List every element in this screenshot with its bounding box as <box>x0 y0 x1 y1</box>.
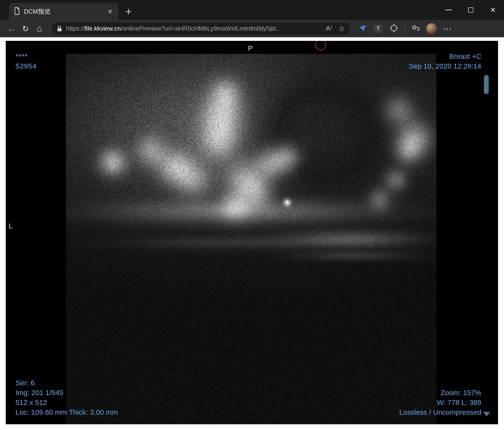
window-close-button[interactable]: ✕ <box>482 0 504 20</box>
toolbar-divider <box>405 24 405 33</box>
back-icon: ← <box>7 23 17 34</box>
overlay-bottom-right: Zoom: 157% W: 778 L: 389 Lossless / Unco… <box>399 388 481 417</box>
browser-window: DCM预览 ✕ + ✕ ← ↻ ⌂ https://file.kkview.cn… <box>0 0 504 430</box>
url-text[interactable]: https://file.kkview.cn/onlinePreview?url… <box>66 25 320 32</box>
read-aloud-wave-icon: ) <box>331 25 332 30</box>
extensions-row: T ⋯ <box>354 22 455 35</box>
favorites-hub-button[interactable] <box>408 22 424 35</box>
page-favicon-icon <box>14 7 20 16</box>
browser-navbar: ← ↻ ⌂ https://file.kkview.cn/onlinePrevi… <box>0 20 504 37</box>
star-icon: ☆ <box>338 24 345 33</box>
profile-button[interactable] <box>424 22 440 35</box>
extensions-menu-button[interactable] <box>386 22 402 35</box>
mri-image <box>6 41 498 424</box>
minimize-icon <box>445 9 452 10</box>
zoom-level: Zoom: 157% <box>399 388 481 397</box>
maximize-icon <box>468 7 473 13</box>
slice-location: Loc: 109.60 mm Thick: 3.00 mm <box>16 407 118 417</box>
address-bar[interactable]: https://file.kkview.cn/onlinePreview?url… <box>52 22 350 35</box>
overlay-top-left: **** 52954 <box>16 51 36 71</box>
settings-more-button[interactable]: ⋯ <box>440 22 455 35</box>
new-tab-button[interactable]: + <box>122 5 135 18</box>
dicom-viewer[interactable]: **** 52954 Breast +C Sep 10, 2020 12:29:… <box>6 41 498 424</box>
url-host: file.kkview.cn <box>85 25 121 32</box>
extension-script-icon: T <box>374 24 382 33</box>
url-scheme: https:// <box>66 25 85 32</box>
viewer-scroll-down-icon[interactable] <box>483 412 490 416</box>
extension-script-button[interactable]: T <box>370 22 386 35</box>
browser-tab[interactable]: DCM预览 ✕ <box>9 3 118 20</box>
puzzle-icon <box>390 24 398 33</box>
window-level: W: 778 L: 389 <box>399 397 481 407</box>
study-description: Breast +C <box>409 51 481 61</box>
lock-icon[interactable] <box>57 25 62 32</box>
refresh-icon: ↻ <box>22 24 29 34</box>
favorites-hub-icon <box>412 24 420 33</box>
study-datetime: Sep 10, 2020 12:29:14 <box>409 61 481 71</box>
extension-translate-button[interactable] <box>354 22 370 35</box>
overlay-bottom-left: Ser: 6 Img: 201 1/545 512 x 512 Loc: 109… <box>16 378 118 417</box>
patient-id-masked: **** <box>16 51 36 61</box>
patient-number: 52954 <box>16 61 36 71</box>
read-aloud-button[interactable]: A) <box>326 25 332 32</box>
window-minimize-button[interactable] <box>437 0 459 20</box>
window-controls: ✕ <box>437 0 504 20</box>
refresh-button[interactable]: ↻ <box>19 22 33 35</box>
home-button[interactable]: ⌂ <box>33 22 46 35</box>
orientation-left-label: L <box>9 222 13 230</box>
back-button[interactable]: ← <box>5 22 19 35</box>
image-index: Img: 201 1/545 <box>16 388 118 397</box>
favorite-button[interactable]: ☆ <box>338 24 345 33</box>
page-content: **** 52954 Breast +C Sep 10, 2020 12:29:… <box>0 37 504 430</box>
image-matrix: 512 x 512 <box>16 397 118 407</box>
orientation-posterior-label: P <box>248 44 253 52</box>
window-maximize-button[interactable] <box>459 0 482 20</box>
overlay-top-right: Breast +C Sep 10, 2020 12:29:14 <box>409 51 481 71</box>
compression-info: Lossless / Uncompressed <box>399 407 481 417</box>
series-number: Ser: 6 <box>16 378 118 388</box>
browser-titlebar: DCM预览 ✕ + ✕ <box>0 0 504 20</box>
read-aloud-icon: A <box>326 25 330 32</box>
tab-title: DCM预览 <box>24 7 105 16</box>
url-path: /onlinePreview?url=aHR0cHM6Ly9maWxlLmtrd… <box>121 25 282 32</box>
more-icon: ⋯ <box>443 23 452 34</box>
extension-translate-icon <box>358 24 367 34</box>
home-icon: ⌂ <box>37 23 42 34</box>
viewer-scrollbar-thumb[interactable] <box>484 75 489 94</box>
avatar <box>426 23 437 34</box>
tab-close-icon[interactable]: ✕ <box>105 7 115 17</box>
